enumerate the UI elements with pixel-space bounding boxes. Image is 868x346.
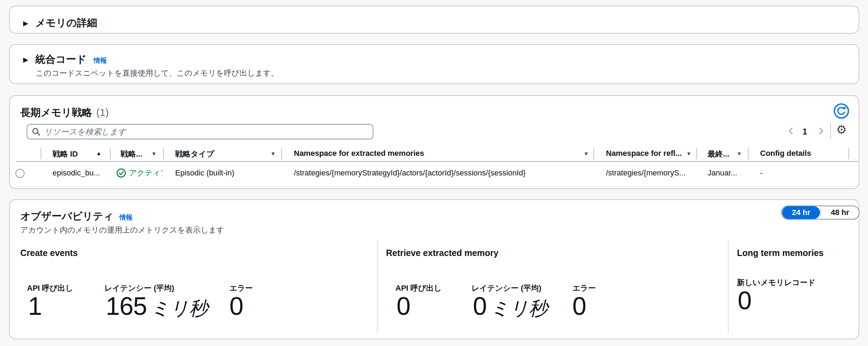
integration-code-expander[interactable]: ▶ 統合コード 情報 bbox=[23, 53, 107, 67]
pagination-next-button[interactable] bbox=[817, 126, 826, 136]
observability-title: オブザーバビリティ bbox=[20, 209, 113, 223]
retrieve-api-calls-value: 0 bbox=[397, 292, 410, 320]
pagination-prev-button[interactable] bbox=[786, 126, 795, 136]
memory-details-expander[interactable]: ▶ メモリの詳細 bbox=[23, 16, 97, 30]
column-divider bbox=[281, 148, 282, 159]
memory-details-title: メモリの詳細 bbox=[35, 16, 97, 30]
strategies-count: (1) bbox=[96, 107, 109, 118]
create-errors-value: 0 bbox=[229, 292, 243, 320]
column-header-config-details: Config details bbox=[760, 149, 811, 158]
new-memory-records-value: 0 bbox=[738, 286, 752, 315]
toggle-48hr-button[interactable]: 48 hr bbox=[821, 206, 859, 219]
observability-header: オブザーバビリティ 情報 bbox=[20, 209, 132, 223]
cell-status: アクティブ bbox=[116, 168, 163, 178]
refresh-button[interactable] bbox=[833, 103, 849, 119]
metrics-divider bbox=[728, 240, 729, 333]
filter-icon[interactable]: ▼ bbox=[270, 151, 276, 157]
chevron-left-icon bbox=[786, 126, 795, 136]
column-divider bbox=[163, 148, 164, 159]
retrieve-latency-unit: ミリ秒 bbox=[490, 296, 548, 321]
cell-ns-reflection: /strategies/{memoryS... bbox=[606, 168, 686, 178]
filter-icon[interactable]: ▼ bbox=[686, 151, 691, 157]
gear-icon: ⚙ bbox=[836, 123, 847, 136]
integration-code-title: 統合コード bbox=[35, 53, 87, 67]
cell-strategy-type: Episodic (built-in) bbox=[175, 168, 234, 178]
toolbar-divider bbox=[830, 123, 831, 139]
cell-config-details: - bbox=[760, 168, 763, 178]
row-radio-button[interactable] bbox=[15, 169, 25, 178]
column-header-strategy-id[interactable]: 戦略 ID bbox=[53, 149, 78, 159]
toggle-24hr-button[interactable]: 24 hr bbox=[782, 206, 820, 219]
observability-description: アカウント内のメモリの運用上のメトリクスを表示します bbox=[20, 225, 224, 235]
cell-strategy-id: episodic_bu... bbox=[53, 168, 100, 178]
column-divider bbox=[848, 148, 849, 159]
column-divider bbox=[41, 148, 41, 159]
table-row-divider bbox=[16, 186, 858, 187]
column-divider bbox=[110, 148, 111, 159]
refresh-icon bbox=[833, 103, 849, 119]
sort-ascending-icon[interactable]: ▲ bbox=[96, 150, 102, 157]
filter-icon[interactable]: ▼ bbox=[151, 151, 157, 157]
column-header-ns-reflection[interactable]: Namespace for refl... bbox=[606, 149, 682, 158]
expand-right-icon: ▶ bbox=[23, 20, 28, 27]
table-header-divider bbox=[16, 161, 858, 162]
cell-ns-extracted: /strategies/{memoryStrategyId}/actors/{a… bbox=[294, 168, 526, 178]
observability-panel: オブザーバビリティ 情報 アカウント内のメモリの運用上のメトリクスを表示します … bbox=[9, 199, 859, 339]
page: { "memory_details": { "title": "メモリの詳細" … bbox=[0, 0, 868, 346]
search-container bbox=[27, 124, 373, 139]
strategies-title: 長期メモリ戦略 bbox=[20, 106, 92, 120]
create-latency-number: 165 bbox=[106, 292, 147, 320]
filter-icon[interactable]: ▼ bbox=[584, 151, 589, 157]
observability-info-link[interactable]: 情報 bbox=[119, 213, 132, 222]
long-term-title: Long term memories bbox=[737, 248, 824, 258]
create-api-calls-value: 1 bbox=[28, 292, 42, 320]
create-latency-unit: ミリ秒 bbox=[150, 296, 208, 321]
chevron-right-icon bbox=[817, 126, 826, 136]
expand-right-icon: ▶ bbox=[23, 56, 28, 63]
column-header-last-modified[interactable]: 最終... bbox=[708, 149, 729, 159]
status-success-icon bbox=[116, 168, 126, 178]
retrieve-latency-value: 0ミリ秒 bbox=[473, 292, 548, 321]
column-divider bbox=[696, 148, 697, 159]
create-events-title: Create events bbox=[20, 248, 78, 258]
column-header-ns-extracted[interactable]: Namespace for extracted memories bbox=[294, 149, 424, 158]
integration-code-panel: ▶ 統合コード 情報 このコードスニペットを直接使用して、このメモリを呼び出しま… bbox=[9, 44, 859, 84]
search-icon bbox=[32, 127, 41, 136]
metrics-divider bbox=[377, 240, 378, 333]
settings-gear-button[interactable]: ⚙ bbox=[836, 124, 847, 136]
cell-last-modified: Januar... bbox=[708, 168, 737, 178]
strategies-header: 長期メモリ戦略 (1) bbox=[20, 106, 109, 120]
integration-code-description: このコードスニペットを直接使用して、このメモリを呼び出します。 bbox=[36, 68, 278, 78]
memory-details-panel: ▶ メモリの詳細 bbox=[9, 6, 859, 34]
column-divider bbox=[748, 148, 749, 159]
time-range-toggle: 24 hr 48 hr bbox=[781, 206, 860, 220]
retrieve-errors-value: 0 bbox=[572, 292, 586, 320]
filter-icon[interactable]: ▼ bbox=[737, 151, 742, 157]
column-header-strategy-type[interactable]: 戦略タイプ bbox=[175, 149, 214, 159]
retrieve-title: Retrieve extracted memory bbox=[386, 248, 498, 258]
create-latency-value: 165ミリ秒 bbox=[106, 292, 208, 321]
column-divider bbox=[593, 148, 594, 159]
retrieve-latency-number: 0 bbox=[473, 292, 487, 320]
pagination-page-1[interactable]: 1 bbox=[802, 127, 807, 137]
status-label: アクティブ bbox=[129, 168, 163, 178]
column-header-status[interactable]: 戦略... bbox=[120, 149, 142, 159]
search-input[interactable] bbox=[44, 127, 368, 137]
strategies-panel: 長期メモリ戦略 (1) 1 ⚙ 戦略 ID ▲ 戦略... bbox=[9, 95, 859, 189]
integration-code-info-link[interactable]: 情報 bbox=[94, 56, 107, 65]
